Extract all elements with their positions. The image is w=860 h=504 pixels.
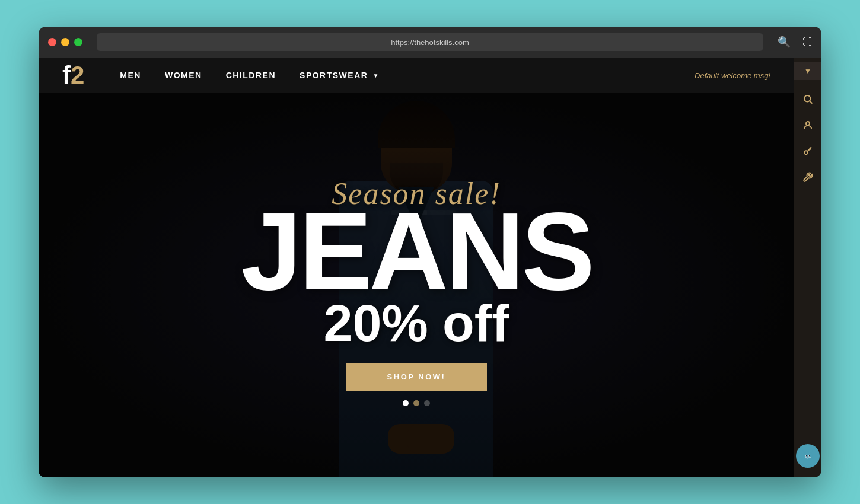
logo[interactable]: f2 xyxy=(62,63,84,88)
svg-line-1 xyxy=(810,101,812,103)
sidebar-settings-icon[interactable] xyxy=(796,165,820,189)
minimize-button[interactable] xyxy=(61,38,69,46)
nav-women[interactable]: WOMEN xyxy=(165,71,202,80)
carousel-dot-2[interactable] xyxy=(413,400,419,406)
browser-search-icon[interactable]: 🔍 xyxy=(778,36,791,49)
svg-point-3 xyxy=(804,151,808,154)
carousel-dot-3[interactable] xyxy=(424,400,430,406)
url-text: https://thehotskills.com xyxy=(391,38,469,47)
hero-discount-text: 20% off xyxy=(39,293,794,353)
carousel-dots xyxy=(39,400,794,406)
traffic-lights xyxy=(48,38,82,46)
chat-bubble-button[interactable] xyxy=(796,444,820,468)
sportswear-dropdown-icon: ▼ xyxy=(372,72,379,79)
browser-chrome: https://thehotskills.com 🔍 ⛶ xyxy=(39,27,821,58)
welcome-message: Default welcome msg! xyxy=(695,71,770,80)
nav-children[interactable]: CHILDREN xyxy=(226,71,276,80)
shop-now-button[interactable]: SHOP NOW! xyxy=(346,363,488,391)
nav-men[interactable]: MEN xyxy=(120,71,141,80)
close-button[interactable] xyxy=(48,38,56,46)
sidebar-search-icon[interactable] xyxy=(796,87,820,111)
logo-f: f xyxy=(62,61,71,89)
svg-point-4 xyxy=(803,452,813,461)
right-sidebar: ▼ xyxy=(794,58,821,477)
sidebar-key-icon[interactable] xyxy=(796,139,820,163)
nav-sportswear[interactable]: SPORTSWEAR ▼ xyxy=(300,71,380,80)
hero-main-title: JEANS xyxy=(39,205,794,298)
svg-point-10 xyxy=(809,455,810,457)
sidebar-user-icon[interactable] xyxy=(796,113,820,137)
sidebar-top-indicator: ▼ xyxy=(794,62,821,80)
maximize-button[interactable] xyxy=(74,38,82,46)
browser-window: https://thehotskills.com 🔍 ⛶ f2 MEN WOME… xyxy=(39,27,821,477)
svg-point-9 xyxy=(806,455,807,457)
svg-point-0 xyxy=(804,95,811,102)
nav-links: MEN WOMEN CHILDREN SPORTSWEAR ▼ xyxy=(120,71,695,80)
carousel-dot-1[interactable] xyxy=(403,400,409,406)
sidebar-arrow-icon: ▼ xyxy=(804,67,811,75)
navbar: f2 MEN WOMEN CHILDREN SPORTSWEAR ▼ Defau… xyxy=(39,58,794,93)
website: f2 MEN WOMEN CHILDREN SPORTSWEAR ▼ Defau… xyxy=(39,58,794,477)
logo-2: 2 xyxy=(71,61,84,89)
hero-section: Season sale! JEANS 20% off SHOP NOW! xyxy=(39,93,794,477)
hero-content: Season sale! JEANS 20% off SHOP NOW! xyxy=(39,164,794,406)
svg-point-2 xyxy=(806,122,810,125)
expand-icon[interactable]: ⛶ xyxy=(802,37,812,47)
main-content: f2 MEN WOMEN CHILDREN SPORTSWEAR ▼ Defau… xyxy=(39,58,821,477)
address-bar[interactable]: https://thehotskills.com xyxy=(97,33,763,51)
